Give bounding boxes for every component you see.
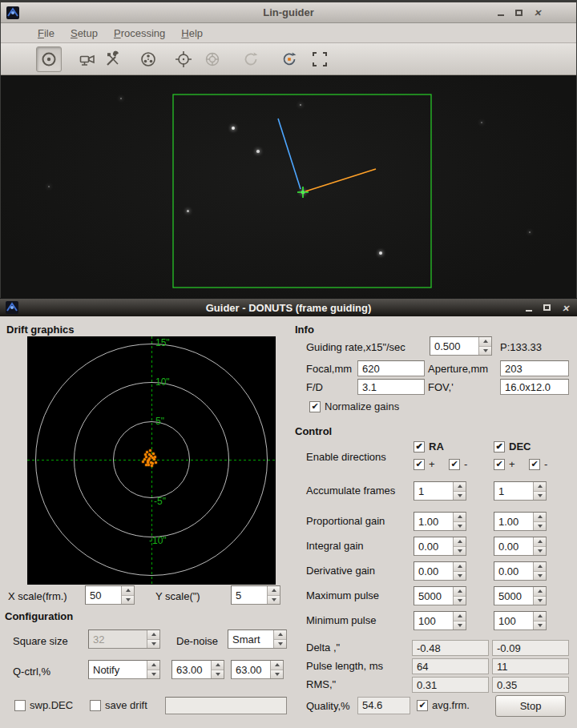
- spin-up-icon[interactable]: [268, 586, 280, 596]
- spin-up-icon[interactable]: [534, 513, 546, 522]
- ra-checkbox[interactable]: RA: [414, 440, 444, 452]
- x-scale-spinbox[interactable]: 50: [85, 585, 135, 605]
- qctrl-combobox[interactable]: Notify: [88, 660, 160, 679]
- spin-down-icon[interactable]: [212, 670, 224, 679]
- spin-down-icon[interactable]: [534, 522, 546, 531]
- fd-input[interactable]: 3.1: [357, 379, 425, 395]
- combo-up-icon[interactable]: [274, 630, 286, 640]
- combo-up-icon[interactable]: [147, 661, 159, 670]
- avg-frm-checkbox[interactable]: avg.frm.: [417, 699, 470, 711]
- spin-up-icon[interactable]: [534, 612, 546, 621]
- maximize-button[interactable]: [540, 301, 554, 314]
- combo-down-icon[interactable]: [274, 640, 286, 649]
- swp-dec-checkbox[interactable]: swp.DEC: [14, 699, 73, 711]
- spin-down-icon[interactable]: [454, 572, 466, 581]
- stop-button[interactable]: Stop: [495, 695, 566, 717]
- menu-processing[interactable]: Processing: [106, 25, 173, 42]
- spin-down-icon[interactable]: [534, 547, 546, 556]
- integral-gain-dec-spinbox[interactable]: 0.00: [494, 537, 547, 556]
- menu-setup[interactable]: Setup: [63, 25, 106, 42]
- dec-checkbox[interactable]: DEC: [494, 440, 531, 452]
- ra-plus-checkbox[interactable]: +: [414, 458, 435, 470]
- spin-down-icon[interactable]: [534, 572, 546, 581]
- derivative-gain-dec-spinbox[interactable]: 0.00: [494, 561, 547, 581]
- spin-up-icon[interactable]: [534, 537, 546, 547]
- configuration-heading: Configuration: [5, 610, 73, 622]
- menu-file[interactable]: File: [30, 25, 63, 42]
- ra-minus-checkbox[interactable]: -: [449, 458, 467, 470]
- focal-input[interactable]: 620: [357, 360, 425, 376]
- drift-file-input[interactable]: [165, 697, 287, 714]
- denoise-combobox[interactable]: Smart: [228, 629, 287, 649]
- maximum-pulse-ra-spinbox[interactable]: 5000: [414, 586, 466, 605]
- derivative-gain-ra-spinbox[interactable]: 0.00: [414, 561, 466, 581]
- maximum-pulse-dec-spinbox[interactable]: 5000: [494, 586, 547, 605]
- drift-point: [145, 464, 147, 466]
- proportional-gain-ra-spinbox[interactable]: 1.00: [414, 512, 466, 531]
- subframe-button[interactable]: [307, 46, 333, 72]
- close-button[interactable]: [531, 6, 544, 19]
- guide-target-button[interactable]: [200, 46, 225, 72]
- integral-gain-ra-spinbox[interactable]: 0.00: [414, 537, 466, 556]
- spin-up-icon[interactable]: [479, 337, 491, 347]
- spin-down-icon[interactable]: [454, 597, 466, 605]
- spin-down-icon[interactable]: [122, 596, 134, 605]
- checkbox-box: [494, 441, 505, 452]
- exposure-button[interactable]: [36, 46, 62, 72]
- spin-down-icon[interactable]: [534, 492, 546, 501]
- dec-plus-checkbox[interactable]: +: [494, 458, 515, 470]
- minimize-button[interactable]: [494, 6, 507, 19]
- combo-down-icon[interactable]: [147, 670, 159, 679]
- spin-up-icon[interactable]: [271, 661, 283, 670]
- spin-down-icon[interactable]: [534, 597, 546, 605]
- spin-down-icon[interactable]: [454, 547, 466, 556]
- proportional-gain-dec-spinbox[interactable]: 1.00: [494, 512, 547, 531]
- spin-up-icon[interactable]: [454, 482, 466, 492]
- spin-up-icon[interactable]: [534, 482, 546, 492]
- rms-label: RMS,": [306, 678, 336, 690]
- spin-down-icon[interactable]: [534, 621, 546, 630]
- accumulate-frames-ra-spinbox[interactable]: 1: [414, 481, 466, 501]
- spin-up-icon[interactable]: [454, 562, 466, 572]
- reticle-button[interactable]: [171, 46, 196, 72]
- maximize-button[interactable]: [512, 6, 526, 19]
- linguider-titlebar[interactable]: Lin-guider: [1, 2, 576, 23]
- spin-up-icon[interactable]: [454, 612, 466, 621]
- minimize-button[interactable]: [522, 301, 535, 314]
- spin-down-icon[interactable]: [271, 670, 283, 679]
- calibration-button[interactable]: [276, 46, 302, 72]
- y-scale-spinbox[interactable]: 5: [231, 585, 280, 605]
- aperture-input[interactable]: 203: [500, 360, 569, 376]
- qctrl-ra-spinbox[interactable]: 63.00: [171, 660, 224, 679]
- spin-down-icon[interactable]: [454, 522, 466, 531]
- setup-tools-button[interactable]: [100, 46, 126, 72]
- qctrl-dec-spinbox[interactable]: 63.00: [231, 660, 284, 679]
- guiding-rate-spinbox[interactable]: 0.500: [430, 336, 492, 356]
- dec-minus-checkbox[interactable]: -: [529, 458, 547, 470]
- spin-up-icon[interactable]: [534, 587, 546, 597]
- menu-help[interactable]: Help: [173, 25, 211, 42]
- refresh-button[interactable]: [238, 46, 264, 72]
- spin-up-icon[interactable]: [122, 586, 134, 596]
- camera-viewport[interactable]: [1, 75, 576, 298]
- spin-up-icon[interactable]: [534, 562, 546, 572]
- spin-up-icon[interactable]: [454, 537, 466, 547]
- minimum-pulse-ra-spinbox[interactable]: 100: [414, 611, 466, 630]
- video-record-button[interactable]: [135, 46, 161, 72]
- spin-up-icon[interactable]: [454, 587, 466, 597]
- spin-up-icon[interactable]: [454, 513, 466, 522]
- guider-titlebar[interactable]: Guider - DONUTS (frame guiding): [0, 299, 577, 316]
- save-drift-checkbox[interactable]: save drift: [90, 699, 147, 711]
- spin-down-icon[interactable]: [454, 492, 466, 501]
- spin-down-icon[interactable]: [479, 347, 491, 356]
- minimum-pulse-dec-spinbox[interactable]: 100: [494, 611, 547, 630]
- close-button[interactable]: [559, 301, 572, 314]
- spin-up-icon[interactable]: [212, 661, 224, 670]
- camera-button[interactable]: [75, 46, 100, 72]
- normalize-gains-checkbox[interactable]: Normalize gains: [309, 400, 399, 412]
- spin-down-icon[interactable]: [454, 621, 466, 630]
- accumulate-frames-dec-spinbox[interactable]: 1: [494, 481, 547, 501]
- fov-input[interactable]: 16.0x12.0: [500, 379, 569, 395]
- spin-down-icon[interactable]: [268, 596, 280, 605]
- pulse-length-dec-field: 11: [492, 658, 569, 674]
